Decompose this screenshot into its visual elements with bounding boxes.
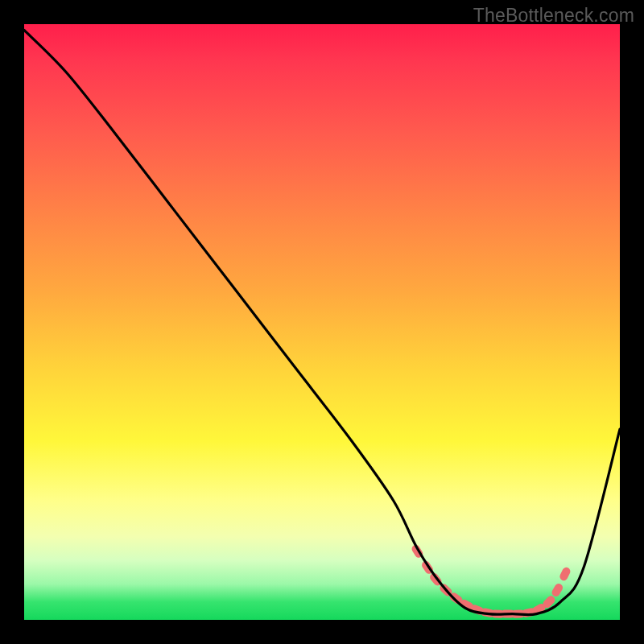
marker-pill bbox=[551, 582, 564, 598]
bottleneck-band-markers bbox=[411, 543, 572, 618]
watermark-text: TheBottleneck.com bbox=[473, 5, 634, 27]
chart-frame: TheBottleneck.com bbox=[0, 0, 644, 644]
plot-area bbox=[24, 24, 620, 620]
marker-pill bbox=[559, 566, 572, 582]
bottleneck-curve-line bbox=[24, 30, 620, 614]
curve-layer bbox=[24, 24, 620, 620]
